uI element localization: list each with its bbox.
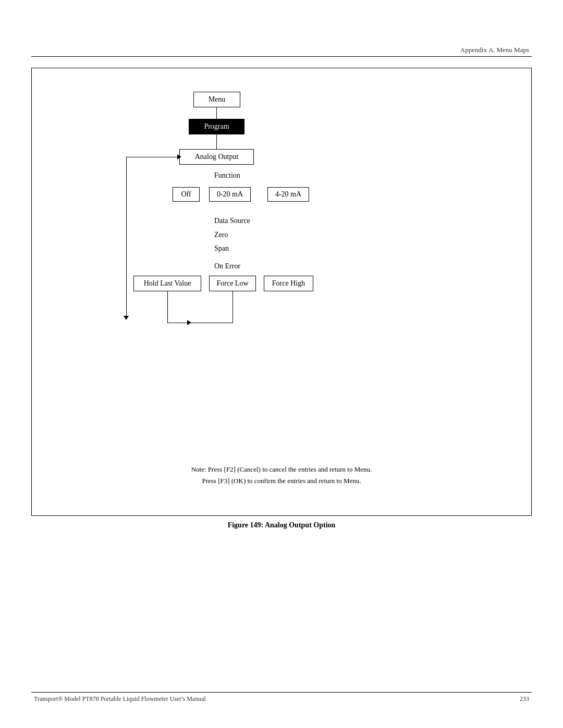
line-left-vertical	[126, 157, 127, 318]
data-source-label: Data Source	[214, 217, 250, 225]
force-high-box: Force High	[264, 276, 313, 291]
diagram-inner: Menu Program Analog Output Function Off	[32, 68, 531, 515]
diagram-container: Menu Program Analog Output Function Off	[31, 68, 532, 516]
line-left-branch	[126, 157, 179, 157]
line-force-low-down	[232, 291, 233, 323]
zero-label: Zero	[214, 231, 228, 239]
ma420-box: 4-20 mA	[267, 187, 309, 202]
arrow-right-bottom	[187, 320, 191, 325]
arrow-right-function	[177, 154, 181, 159]
arrow-down-left	[124, 316, 129, 320]
on-error-label: On Error	[214, 262, 240, 270]
line-menu-program	[216, 107, 217, 119]
footer-left-text: Transport® Model PT878 Portable Liquid F…	[34, 695, 206, 703]
hold-last-value-box: Hold Last Value	[133, 276, 201, 291]
off-box: Off	[173, 187, 200, 202]
analog-output-box: Analog Output	[179, 149, 254, 165]
line-bottom-connect	[167, 323, 233, 323]
function-label: Function	[214, 171, 240, 180]
figure-caption: Figure 149: Analog Output Option	[0, 521, 563, 529]
line-program-analog	[216, 134, 217, 149]
note-text: Note: Press [F2] (Cancel) to cancel the …	[74, 464, 489, 487]
footer-rule	[31, 692, 532, 693]
line-hold-down	[167, 291, 168, 323]
menu-box: Menu	[193, 92, 240, 107]
footer-right-text: 233	[520, 695, 529, 703]
force-low-box: Force Low	[209, 276, 256, 291]
program-box: Program	[189, 119, 244, 134]
header-text: Appendix A. Menu Maps	[460, 46, 529, 54]
header-rule	[31, 56, 532, 57]
span-label: Span	[214, 244, 229, 253]
ma020-box: 0-20 mA	[209, 187, 251, 202]
